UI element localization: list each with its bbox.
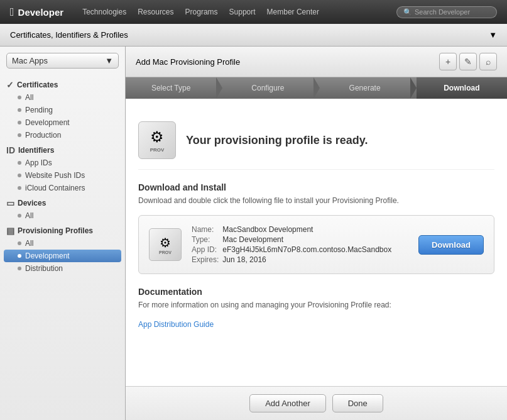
dot-icon (18, 174, 21, 177)
appid-value: eF3gH4iJ5kL6mN7oP8.com.contoso.MacSandbo… (222, 245, 391, 255)
download-install-title: Download and Install (138, 182, 494, 192)
dot-icon (18, 254, 21, 258)
add-icon-button[interactable]: + (439, 53, 457, 70)
dot-icon (18, 121, 21, 124)
expires-value: Jun 18, 2016 (222, 255, 391, 265)
sidebar-item-cert-pending[interactable]: Pending (0, 104, 125, 116)
sidebar-item-icloud-containers[interactable]: iCloud Containers (0, 182, 125, 194)
pencil-icon: ✎ (464, 57, 472, 67)
profile-card: ⚙ PROV Name: MacSandbox Development Type… (138, 215, 494, 274)
profile-details: Name: MacSandbox Development Type: Mac D… (192, 224, 408, 265)
nav-support[interactable]: Support (229, 8, 256, 16)
sidebar-item-provisioning-all[interactable]: All (0, 237, 125, 250)
documentation-desc: For more information on using and managi… (138, 301, 494, 309)
prov-icon-small: ⚙ PROV (149, 228, 182, 261)
content-area: Add Mac Provisioning Profile + ✎ ⌕ Selec… (126, 47, 507, 420)
sidebar-section-identifiers-label: Identifiers (18, 146, 54, 155)
profile-name-row: Name: MacSandbox Development (192, 224, 391, 235)
dot-icon (18, 267, 21, 270)
name-label: Name: (192, 224, 222, 235)
sidebar-item-provisioning-development[interactable]: Development (4, 250, 121, 262)
sidebar-section-certificates-label: Certificates (17, 80, 58, 89)
sidebar: Mac Apps ▼ ✓ Certificates All Pending De… (0, 47, 126, 420)
nav-programs[interactable]: Programs (185, 8, 218, 16)
plus-icon: + (445, 57, 450, 67)
nav-resources[interactable]: Resources (138, 8, 173, 16)
download-button[interactable]: Download (418, 235, 484, 255)
sidebar-item-provisioning-distribution[interactable]: Distribution (0, 262, 125, 275)
done-button[interactable]: Done (332, 394, 383, 412)
main-layout: Mac Apps ▼ ✓ Certificates All Pending De… (0, 47, 507, 420)
brand-logo:  Developer (10, 6, 63, 19)
ready-banner: ⚙ PROV Your provisioning profile is read… (138, 111, 494, 170)
top-nav:  Developer Technologies Resources Progr… (0, 0, 507, 24)
dot-icon (18, 96, 21, 99)
page-title: Add Mac Provisioning Profile (136, 57, 240, 67)
appid-label: App ID: (192, 245, 222, 255)
ready-message: Your provisioning profile is ready. (186, 134, 368, 147)
add-another-button[interactable]: Add Another (249, 394, 326, 412)
search-input[interactable] (415, 8, 496, 16)
apple-logo-icon:  (10, 6, 14, 19)
sidebar-item-website-push-ids[interactable]: Website Push IDs (0, 169, 125, 182)
download-install-section: Download and Install Download and double… (138, 182, 494, 274)
content-header: Add Mac Provisioning Profile + ✎ ⌕ (126, 47, 507, 77)
dot-icon (18, 214, 21, 218)
footer: Add Another Done (126, 386, 507, 420)
dot-icon (18, 241, 21, 245)
sidebar-section-identifiers: ID Identifiers (0, 141, 125, 157)
step-separator-2 (313, 77, 320, 99)
documentation-title: Documentation (138, 287, 494, 297)
profile-icon: ▤ (6, 226, 14, 236)
sidebar-section-certificates: ✓ Certificates (0, 76, 125, 91)
sidebar-item-cert-production[interactable]: Production (0, 129, 125, 141)
device-icon: ▭ (6, 198, 14, 208)
prov-label-sm: PROV (159, 250, 172, 255)
magnifier-icon: ⌕ (486, 57, 491, 67)
name-value: MacSandbox Development (222, 224, 391, 235)
sidebar-dropdown-arrow-icon: ▼ (105, 56, 113, 65)
dot-icon (18, 133, 21, 137)
nav-member-center[interactable]: Member Center (267, 8, 319, 16)
step-select-type: Select Type (126, 77, 216, 99)
type-value: Mac Development (222, 235, 391, 245)
sidebar-item-cert-development[interactable]: Development (0, 116, 125, 129)
gears-icon-sm: ⚙ (160, 235, 171, 250)
nav-links: Technologies Resources Programs Support … (82, 8, 319, 16)
download-install-desc: Download and double click the following … (138, 196, 494, 205)
prov-icon-large: ⚙ PROV (138, 121, 176, 159)
nav-technologies[interactable]: Technologies (82, 8, 126, 16)
sidebar-item-app-ids[interactable]: App IDs (0, 157, 125, 169)
profile-table: Name: MacSandbox Development Type: Mac D… (192, 224, 391, 265)
step-download: Download (417, 77, 507, 99)
app-distribution-guide-link[interactable]: App Distribution Guide (138, 320, 214, 329)
sidebar-dropdown-label: Mac Apps (12, 56, 48, 65)
sidebar-section-provisioning: ▤ Provisioning Profiles (0, 222, 125, 237)
sub-header-dropdown-arrow[interactable]: ▼ (489, 30, 497, 40)
step-generate: Generate (320, 77, 410, 99)
search-icon-button[interactable]: ⌕ (479, 53, 497, 70)
sidebar-dropdown[interactable]: Mac Apps ▼ (6, 53, 119, 69)
step-configure: Configure (222, 77, 313, 99)
profile-appid-row: App ID: eF3gH4iJ5kL6mN7oP8.com.contoso.M… (192, 245, 391, 255)
certificate-icon: ✓ (6, 80, 14, 90)
sidebar-item-cert-all[interactable]: All (0, 91, 125, 104)
sidebar-item-devices-all[interactable]: All (0, 209, 125, 222)
edit-icon-button[interactable]: ✎ (459, 53, 477, 70)
search-box: 🔍 (396, 6, 497, 18)
sidebar-section-provisioning-label: Provisioning Profiles (18, 226, 93, 235)
prov-label: PROV (150, 147, 165, 153)
sidebar-section-devices: ▭ Devices (0, 194, 125, 209)
step-bar: Select Type Configure Generate Download (126, 77, 507, 99)
id-icon: ID (6, 145, 15, 155)
step-separator-3 (410, 77, 417, 99)
dot-icon (18, 161, 21, 165)
dot-icon (18, 108, 21, 112)
profile-type-row: Type: Mac Development (192, 235, 391, 245)
sub-header-title: Certificates, Identifiers & Profiles (10, 30, 128, 40)
sub-header: Certificates, Identifiers & Profiles ▼ (0, 24, 507, 47)
brand-name: Developer (18, 7, 64, 18)
documentation-section: Documentation For more information on us… (138, 287, 494, 329)
scroll-content: ⚙ PROV Your provisioning profile is read… (126, 99, 507, 386)
type-label: Type: (192, 235, 222, 245)
